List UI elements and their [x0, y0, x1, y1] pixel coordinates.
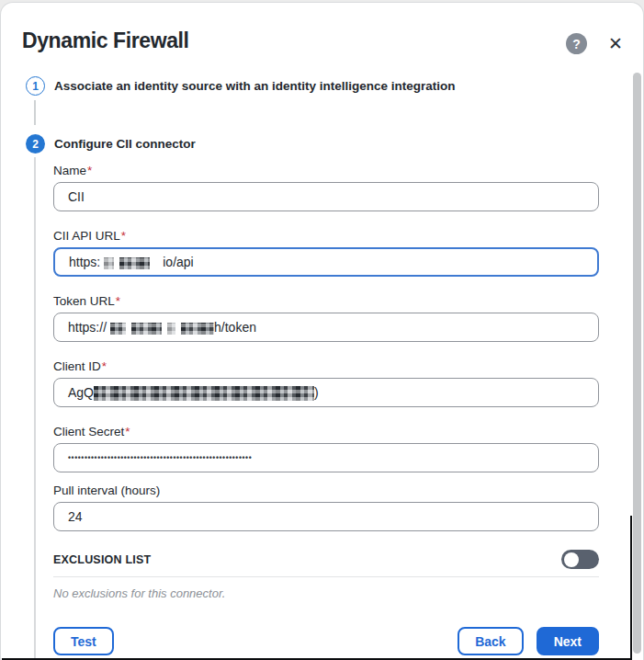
token-url-input[interactable]: https://h/token [53, 313, 599, 342]
step-2-number: 2 [26, 134, 45, 154]
required-asterisk: * [102, 359, 107, 373]
next-button[interactable]: Next [537, 627, 599, 655]
exclusion-list-row: EXCLUSION LIST [53, 550, 599, 569]
page-title: Dynamic Firewall [22, 28, 189, 53]
api-url-input[interactable]: https:io/api [53, 247, 599, 277]
step-1[interactable]: 1 Associate an identity source with an i… [26, 76, 456, 96]
api-url-prefix: https: [69, 255, 100, 269]
exclusion-empty-text: No exclusions for this connector. [53, 587, 599, 600]
field-client-secret: Client Secret* •••••••••••••••••••••••••… [53, 426, 599, 472]
redaction-block [181, 323, 214, 335]
exclusion-list-toggle[interactable] [561, 550, 599, 569]
pull-interval-label-text: Pull interval (hours) [53, 484, 160, 497]
test-button[interactable]: Test [53, 627, 114, 655]
redaction-block [167, 323, 175, 335]
field-token-url: Token URL* https://h/token [53, 295, 599, 342]
client-secret-label: Client Secret* [53, 426, 599, 438]
token-url-label: Token URL* [53, 295, 599, 308]
token-url-suffix: h/token [214, 320, 256, 335]
required-asterisk: * [121, 229, 126, 243]
name-value: CII [68, 189, 85, 204]
pull-interval-value: 24 [68, 509, 83, 524]
token-url-prefix: https:// [68, 320, 107, 335]
client-id-input[interactable]: AgQ) [53, 378, 599, 407]
name-label-text: Name [53, 164, 86, 177]
step-2-label: Configure CII connector [54, 137, 196, 151]
window-right-edge [630, 516, 632, 660]
redaction-block [110, 323, 126, 335]
required-asterisk: * [125, 425, 130, 438]
redaction-block [104, 257, 114, 269]
required-asterisk: * [87, 164, 92, 177]
toggle-knob [564, 552, 579, 567]
token-url-label-text: Token URL [53, 294, 115, 308]
pull-interval-input[interactable]: 24 [53, 502, 599, 531]
client-secret-input[interactable]: ••••••••••••••••••••••••••••••••••••••••… [53, 443, 599, 472]
pull-interval-label: Pull interval (hours) [53, 484, 599, 497]
client-secret-label-text: Client Secret [53, 425, 124, 438]
redaction-block [131, 323, 162, 335]
api-url-suffix: io/api [163, 255, 193, 269]
help-icon[interactable]: ? [566, 33, 587, 54]
field-pull-interval: Pull interval (hours) 24 [53, 484, 599, 531]
client-id-label-text: Client ID [53, 359, 101, 373]
dynamic-firewall-dialog: Dynamic Firewall ? ✕ 1 Associate an iden… [0, 2, 644, 660]
name-label: Name* [53, 165, 599, 177]
back-button[interactable]: Back [458, 627, 523, 655]
step-connector-line [34, 100, 36, 125]
next-button-label: Next [554, 634, 582, 649]
client-id-prefix: AgQ [68, 385, 94, 400]
back-button-label: Back [475, 634, 505, 649]
field-api-url: CII API URL* https:io/api [53, 230, 599, 277]
client-id-label: Client ID* [53, 360, 599, 373]
required-asterisk: * [116, 294, 120, 308]
field-client-id: Client ID* AgQ) [53, 360, 599, 407]
footer-actions: Test Back Next [53, 627, 599, 655]
exclusion-list-label: EXCLUSION LIST [53, 553, 151, 566]
divider [53, 576, 599, 577]
api-url-label-text: CII API URL [53, 229, 120, 243]
step-1-label: Associate an identity source with an ide… [54, 79, 456, 93]
test-button-label: Test [71, 634, 96, 649]
close-icon[interactable]: ✕ [604, 31, 627, 55]
redaction-block [119, 257, 150, 269]
field-name: Name* CII [53, 165, 599, 211]
redaction-block [94, 386, 314, 401]
scrollbar-thumb[interactable] [633, 73, 641, 654]
step-rail-line [34, 157, 36, 660]
close-glyph: ✕ [608, 33, 623, 54]
name-input[interactable]: CII [53, 182, 599, 211]
help-glyph: ? [572, 37, 581, 51]
client-secret-masked-value: ••••••••••••••••••••••••••••••••••••••••… [68, 453, 252, 462]
api-url-label: CII API URL* [53, 230, 599, 243]
step-2[interactable]: 2 Configure CII connector [26, 134, 196, 154]
configure-cii-form: Name* CII CII API URL* https:io/api Toke… [53, 165, 599, 655]
client-id-suffix: ) [314, 385, 319, 400]
step-1-number: 1 [26, 76, 45, 96]
